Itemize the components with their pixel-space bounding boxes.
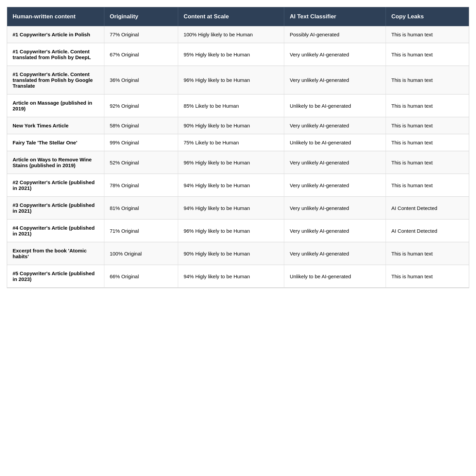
- cell-ai-classifier: Very unlikely AI-generated: [284, 43, 386, 66]
- cell-ai-classifier: Very unlikely AI-generated: [284, 151, 386, 174]
- cell-content: #1 Copywriter's Article. Content transla…: [7, 43, 104, 66]
- table-row: Fairy Tale 'The Stellar One'99% Original…: [7, 134, 469, 151]
- cell-copy-leaks: This is human text: [386, 94, 469, 117]
- header-copy-leaks: Copy Leaks: [386, 7, 469, 26]
- cell-content: #5 Copywriter's Article (published in 20…: [7, 265, 104, 288]
- cell-copy-leaks: AI Content Detected: [386, 219, 469, 242]
- table-row: #1 Copywriter's Article. Content transla…: [7, 66, 469, 94]
- cell-originality: 58% Original: [104, 117, 178, 134]
- table-row: #1 Copywriter's Article. Content transla…: [7, 43, 469, 66]
- table-row: New York Times Article58% Original90% Hi…: [7, 117, 469, 134]
- cell-originality: 100% Original: [104, 242, 178, 265]
- table-row: #2 Copywriter's Article (published in 20…: [7, 174, 469, 197]
- cell-ai-classifier: Very unlikely AI-generated: [284, 117, 386, 134]
- cell-content-at-scale: 95% Higly likely to be Human: [178, 43, 284, 66]
- cell-originality: 36% Original: [104, 66, 178, 94]
- cell-content: #3 Copywriter's Article (published in 20…: [7, 197, 104, 219]
- cell-content: #1 Copywriter's Article. Content transla…: [7, 66, 104, 94]
- cell-ai-classifier: Unlikely to be AI-generated: [284, 134, 386, 151]
- cell-copy-leaks: This is human text: [386, 151, 469, 174]
- cell-copy-leaks: AI Content Detected: [386, 197, 469, 219]
- cell-content: New York Times Article: [7, 117, 104, 134]
- cell-ai-classifier: Very unlikely AI-generated: [284, 197, 386, 219]
- cell-originality: 77% Original: [104, 26, 178, 43]
- cell-copy-leaks: This is human text: [386, 117, 469, 134]
- cell-content: #4 Copywriter's Article (published in 20…: [7, 219, 104, 242]
- cell-content-at-scale: 90% Higly likely to be Human: [178, 242, 284, 265]
- cell-content-at-scale: 94% Higly likely to be Human: [178, 197, 284, 219]
- cell-copy-leaks: This is human text: [386, 265, 469, 288]
- header-ai-text-classifier: AI Text Classifier: [284, 7, 386, 26]
- cell-ai-classifier: Unlikely to be AI-generated: [284, 265, 386, 288]
- cell-copy-leaks: This is human text: [386, 242, 469, 265]
- table-row: #1 Copywriter's Article in Polish77% Ori…: [7, 26, 469, 43]
- cell-content-at-scale: 90% Higly likely to be Human: [178, 117, 284, 134]
- header-human-written: Human-written content: [7, 7, 104, 26]
- cell-originality: 99% Original: [104, 134, 178, 151]
- cell-content-at-scale: 100% Higly likely to be Human: [178, 26, 284, 43]
- cell-content: Article on Massage (published in 2019): [7, 94, 104, 117]
- cell-originality: 78% Original: [104, 174, 178, 197]
- cell-originality: 71% Original: [104, 219, 178, 242]
- cell-content: Fairy Tale 'The Stellar One': [7, 134, 104, 151]
- cell-ai-classifier: Very unlikely AI-generated: [284, 242, 386, 265]
- cell-copy-leaks: This is human text: [386, 43, 469, 66]
- cell-copy-leaks: This is human text: [386, 174, 469, 197]
- cell-content: #1 Copywriter's Article in Polish: [7, 26, 104, 43]
- header-content-at-scale: Content at Scale: [178, 7, 284, 26]
- cell-ai-classifier: Very unlikely AI-generated: [284, 174, 386, 197]
- cell-originality: 52% Original: [104, 151, 178, 174]
- cell-originality: 66% Original: [104, 265, 178, 288]
- cell-content: Excerpt from the book 'Atomic habits': [7, 242, 104, 265]
- cell-ai-classifier: Very unlikely AI-generated: [284, 219, 386, 242]
- cell-originality: 67% Original: [104, 43, 178, 66]
- cell-copy-leaks: This is human text: [386, 134, 469, 151]
- cell-content-at-scale: 85% Likely to be Human: [178, 94, 284, 117]
- cell-content-at-scale: 75% Likely to be Human: [178, 134, 284, 151]
- table-row: Article on Ways to Remove Wine Stains (p…: [7, 151, 469, 174]
- cell-content-at-scale: 94% Higly likely to be Human: [178, 174, 284, 197]
- cell-copy-leaks: This is human text: [386, 66, 469, 94]
- cell-ai-classifier: Very unlikely AI-generated: [284, 66, 386, 94]
- table-row: Article on Massage (published in 2019)92…: [7, 94, 469, 117]
- table-row: #3 Copywriter's Article (published in 20…: [7, 197, 469, 219]
- cell-content-at-scale: 94% Higly likely to be Human: [178, 265, 284, 288]
- cell-content-at-scale: 96% Higly likely to be Human: [178, 151, 284, 174]
- cell-copy-leaks: This is human text: [386, 26, 469, 43]
- cell-content-at-scale: 96% Higly likely to be Human: [178, 66, 284, 94]
- table-row: Excerpt from the book 'Atomic habits'100…: [7, 242, 469, 265]
- cell-originality: 92% Original: [104, 94, 178, 117]
- cell-originality: 81% Original: [104, 197, 178, 219]
- cell-ai-classifier: Possibly AI-generated: [284, 26, 386, 43]
- cell-ai-classifier: Unlikely to be AI-generated: [284, 94, 386, 117]
- cell-content-at-scale: 96% Higly likely to be Human: [178, 219, 284, 242]
- cell-content: #2 Copywriter's Article (published in 20…: [7, 174, 104, 197]
- table-row: #5 Copywriter's Article (published in 20…: [7, 265, 469, 288]
- cell-content: Article on Ways to Remove Wine Stains (p…: [7, 151, 104, 174]
- header-originality: Originality: [104, 7, 178, 26]
- table-row: #4 Copywriter's Article (published in 20…: [7, 219, 469, 242]
